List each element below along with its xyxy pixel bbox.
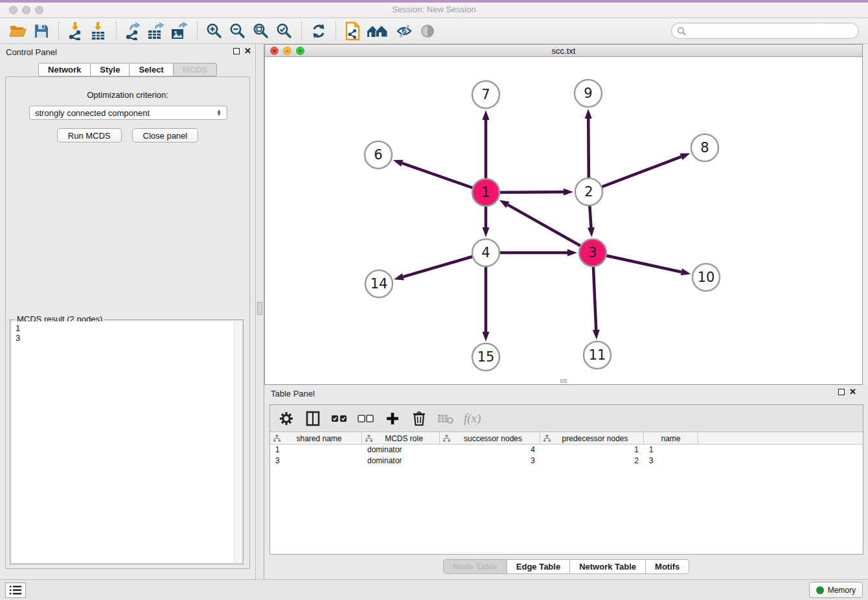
column-header-successor-nodes[interactable]: successor nodes: [440, 432, 540, 444]
first-neighbors-icon[interactable]: [365, 20, 393, 42]
node-label-6: 6: [374, 147, 382, 163]
search-box[interactable]: [671, 23, 859, 39]
node-table-container: f(x) shared nameMCDS rolesuccessor nodes…: [269, 404, 863, 555]
zoom-in-icon[interactable]: [203, 20, 226, 42]
import-network-icon[interactable]: [64, 20, 87, 42]
select-all-icon[interactable]: [331, 410, 348, 427]
export-network-icon[interactable]: [122, 20, 145, 42]
export-table-icon[interactable]: [145, 20, 168, 42]
tab-network-table[interactable]: Network Table: [570, 559, 646, 574]
cell[interactable]: 3: [270, 456, 362, 467]
search-icon: [677, 27, 686, 36]
panel-divider[interactable]: [255, 44, 264, 579]
column-header-predecessor-nodes[interactable]: predecessor nodes: [540, 432, 644, 444]
save-session-icon[interactable]: [30, 20, 53, 42]
add-row-icon[interactable]: [384, 410, 401, 427]
cell[interactable]: 1: [270, 444, 362, 456]
cell[interactable]: 3: [644, 456, 698, 467]
edge-3-1[interactable]: [508, 205, 593, 253]
window-titlebar: Session: New Session: [0, 0, 868, 18]
edge-arrow-4-14: [394, 273, 404, 281]
tab-mcds[interactable]: MCDS: [174, 63, 217, 76]
network-window-title: scc.txt: [265, 46, 862, 56]
hide-selected-icon[interactable]: [393, 20, 417, 42]
tab-edge-table[interactable]: Edge Table: [507, 559, 570, 574]
edge-2-8[interactable]: [589, 157, 681, 192]
cell[interactable]: 1: [540, 444, 644, 456]
control-panel-tabs: NetworkStyleSelectMCDS: [0, 63, 255, 76]
close-panel-button[interactable]: Close panel: [132, 128, 199, 143]
close-panel-icon[interactable]: ✕: [244, 46, 251, 56]
run-mcds-button[interactable]: Run MCDS: [57, 128, 122, 143]
cell[interactable]: 2: [540, 456, 644, 467]
toolbar-separator: [197, 21, 198, 41]
task-history-button[interactable]: [5, 583, 26, 598]
zoom-fit-icon[interactable]: [249, 20, 273, 42]
edge-arrow-3-1: [499, 200, 510, 208]
node-label-2: 2: [584, 184, 593, 200]
column-header-name[interactable]: name: [644, 432, 698, 444]
column-header-shared-name[interactable]: shared name: [270, 432, 362, 444]
deselect-all-icon[interactable]: [358, 410, 374, 427]
cell[interactable]: 4: [440, 444, 540, 456]
table-row[interactable]: 1dominator411: [270, 444, 863, 456]
tab-network[interactable]: Network: [38, 63, 91, 76]
float-table-panel-icon[interactable]: [838, 389, 845, 395]
open-session-icon[interactable]: [6, 20, 30, 42]
refresh-view-icon[interactable]: [307, 20, 330, 42]
column-header-MCDS-role[interactable]: MCDS role: [362, 432, 440, 444]
close-table-panel-icon[interactable]: ✕: [849, 387, 856, 397]
cell[interactable]: 3: [440, 456, 540, 467]
tab-node-table[interactable]: Node Table: [443, 559, 507, 574]
window-title: Session: New Session: [0, 5, 868, 14]
export-image-icon[interactable]: [168, 20, 192, 42]
toolbar-separator: [301, 21, 302, 41]
table-panel-title: Table Panel: [271, 389, 315, 398]
tab-motifs[interactable]: Motifs: [646, 559, 689, 574]
table-body: 1dominator4113dominator323: [270, 444, 863, 467]
edge-arrow-4-3: [567, 249, 577, 257]
result-scrollbar[interactable]: [234, 321, 242, 562]
node-label-3: 3: [588, 245, 597, 260]
tab-select[interactable]: Select: [130, 63, 173, 76]
cell[interactable]: dominator: [362, 456, 440, 467]
titlebar-accent: [0, 0, 868, 3]
tab-style[interactable]: Style: [91, 63, 130, 76]
memory-label: Memory: [828, 586, 856, 595]
mcds-panel: Optimization criterion: strongly connect…: [5, 76, 250, 569]
node-label-15: 15: [477, 349, 495, 365]
node-label-10: 10: [698, 270, 715, 285]
show-columns-icon[interactable]: [304, 410, 321, 427]
edge-arrow-1-2: [564, 189, 573, 196]
edge-arrow-3-11: [593, 330, 600, 340]
table-options-icon[interactable]: [278, 410, 295, 427]
table-row[interactable]: 3dominator323: [270, 456, 863, 467]
edge-arrow-2-3: [588, 227, 595, 237]
network-window-titlebar[interactable]: ✕ − + scc.txt: [265, 45, 862, 57]
search-input[interactable]: [689, 27, 858, 36]
float-panel-icon[interactable]: [233, 48, 240, 54]
new-network-from-selection-icon[interactable]: [341, 20, 365, 42]
zoom-selected-icon[interactable]: [273, 20, 296, 42]
edge-arrow-3-10: [681, 268, 691, 275]
toolbar-separator: [116, 21, 117, 41]
edge-arrow-2-9: [585, 109, 592, 119]
select-stepper-icon: ▲▼: [216, 110, 222, 116]
delete-row-icon[interactable]: [411, 410, 428, 427]
node-label-4: 4: [481, 245, 490, 260]
node-label-14: 14: [371, 276, 388, 292]
network-resize-handle[interactable]: [560, 379, 567, 383]
divider-handle[interactable]: [257, 302, 262, 315]
zoom-out-icon[interactable]: [226, 20, 249, 42]
cell[interactable]: dominator: [362, 444, 440, 456]
show-all-icon: [417, 20, 440, 42]
network-canvas[interactable]: 7968124314101511: [265, 57, 862, 384]
mcds-result-text[interactable]: 1 3: [12, 321, 242, 562]
memory-button[interactable]: Memory: [809, 582, 863, 598]
optimization-criterion-select[interactable]: strongly connected component ▲▼: [29, 106, 227, 120]
network-window: ✕ − + scc.txt 7968124314101511: [264, 44, 863, 385]
node-label-11: 11: [589, 347, 606, 363]
control-panel-title: Control Panel: [6, 47, 57, 57]
import-table-icon[interactable]: [87, 20, 111, 42]
cell[interactable]: 1: [644, 444, 698, 456]
